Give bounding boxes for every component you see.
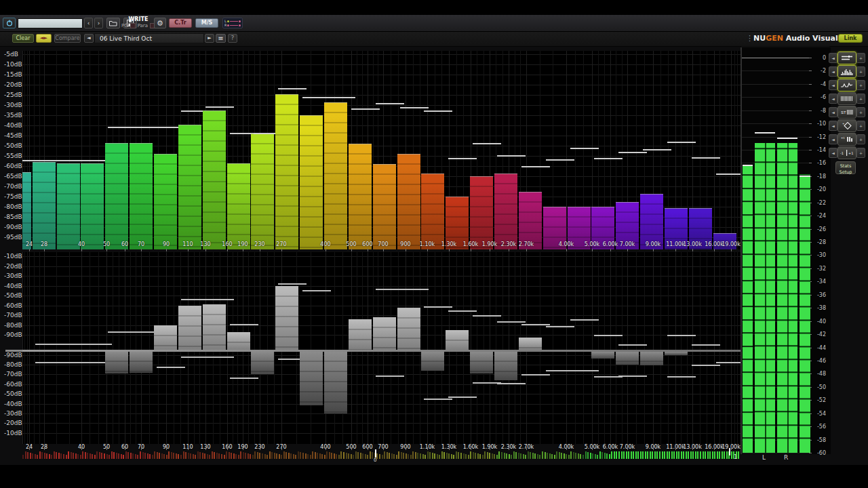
strip-tick — [279, 454, 280, 459]
stats-setup-button[interactable]: StatsSetup — [835, 161, 856, 174]
strip-tick — [703, 451, 704, 459]
strip-tick — [525, 455, 526, 459]
strip-tick — [302, 453, 304, 459]
strip-tick — [401, 452, 402, 459]
view-add-button[interactable]: + — [856, 66, 865, 77]
strip-tick — [683, 451, 684, 459]
strip-tick — [60, 453, 62, 459]
strip-tick — [281, 455, 282, 459]
strip-tick — [254, 451, 256, 459]
strip-tick — [382, 455, 383, 459]
strip-tick — [326, 451, 328, 459]
stereo-meter-view-button[interactable]: +1 — [837, 133, 856, 146]
svg-text:+: + — [842, 122, 844, 125]
strip-tick — [82, 451, 83, 459]
strip-tick — [298, 451, 299, 459]
strip-tick — [573, 452, 574, 459]
strip-tick — [393, 454, 395, 459]
view-prev-button[interactable]: ◄ — [829, 121, 837, 131]
view-add-button[interactable]: + — [856, 94, 865, 104]
strip-tick — [132, 453, 134, 459]
strip-tick — [705, 451, 706, 459]
strip-tick — [376, 453, 378, 459]
strip-tick — [209, 455, 210, 459]
strip-marker-zero — [375, 449, 376, 458]
bar-spectrum-view-button[interactable] — [837, 65, 856, 78]
strip-tick — [637, 451, 639, 459]
strip-tick — [178, 454, 179, 459]
strip-tick — [391, 453, 393, 459]
strip-tick — [355, 451, 357, 459]
strip-tick — [631, 451, 632, 459]
spectrogram-view-button[interactable] — [837, 92, 856, 105]
strip-tick — [604, 453, 606, 459]
view-add-button[interactable]: + — [856, 121, 865, 131]
strip-tick — [412, 451, 414, 459]
strip-tick — [592, 453, 593, 459]
view-prev-button[interactable]: ◄ — [829, 53, 837, 63]
strip-tick — [104, 453, 105, 459]
view-add-button[interactable]: + — [856, 134, 865, 144]
strip-tick — [688, 451, 689, 459]
sliders-icon — [841, 54, 853, 62]
strip-tick — [578, 453, 579, 459]
strip-tick — [606, 453, 608, 459]
strip-tick — [127, 452, 129, 459]
strip-tick — [305, 453, 307, 459]
view-prev-button[interactable]: ◄ — [829, 80, 837, 90]
strip-tick — [195, 455, 196, 459]
strip-marker-one — [729, 448, 730, 455]
strip-tick — [451, 454, 452, 459]
strip-tick — [473, 452, 474, 459]
sliders-view-button[interactable] — [837, 52, 856, 64]
correlation-view-button[interactable]: -1+1 — [837, 146, 856, 159]
strip-tick — [530, 452, 531, 459]
strip-tick — [652, 451, 653, 459]
strip-tick — [443, 452, 445, 459]
strip-tick — [257, 452, 258, 459]
view-prev-button[interactable]: ◄ — [829, 148, 837, 158]
strip-tick — [75, 453, 77, 459]
strip-tick — [667, 451, 668, 459]
strip-tick — [542, 451, 543, 459]
view-add-button[interactable]: + — [856, 148, 865, 158]
strip-tick — [501, 452, 502, 459]
strip-tick — [422, 454, 424, 459]
strip-tick — [566, 454, 567, 459]
strip-tick — [585, 451, 587, 459]
strip-tick — [669, 451, 670, 459]
strip-tick — [618, 451, 620, 459]
meter-label-right: R — [784, 454, 788, 461]
view-add-button[interactable]: + — [856, 53, 865, 63]
strip-tick — [276, 453, 277, 459]
strip-tick — [403, 453, 404, 459]
stereo-spectrogram-icon: ST — [841, 108, 853, 117]
vectorscope-view-button[interactable]: + — [837, 119, 856, 132]
view-prev-button[interactable]: ◄ — [829, 66, 837, 77]
strip-tick — [650, 451, 651, 459]
view-prev-button[interactable]: ◄ — [829, 107, 837, 117]
stereo-spectrogram-view-button[interactable]: ST — [837, 106, 856, 119]
strip-tick — [379, 454, 380, 459]
strip-tick — [434, 453, 435, 459]
view-prev-button[interactable]: ◄ — [829, 94, 837, 104]
strip-tick — [207, 454, 208, 459]
strip-tick — [549, 453, 551, 459]
view-add-button[interactable]: + — [856, 80, 865, 90]
strip-tick — [171, 452, 172, 459]
strip-tick — [336, 454, 337, 459]
strip-tick — [348, 453, 349, 459]
vectorscope-icon: + — [841, 122, 853, 130]
strip-tick — [568, 455, 570, 459]
strip-tick — [180, 455, 182, 459]
view-add-button[interactable]: + — [856, 107, 865, 117]
strip-tick — [676, 451, 677, 459]
view-prev-button[interactable]: ◄ — [829, 134, 837, 144]
strip-tick — [92, 454, 93, 459]
strip-tick — [420, 453, 421, 459]
strip-tick — [197, 451, 199, 459]
line-spectrum-view-button[interactable] — [837, 79, 856, 92]
strip-tick — [176, 453, 177, 459]
strip-tick — [137, 455, 138, 459]
strip-tick — [360, 453, 361, 459]
